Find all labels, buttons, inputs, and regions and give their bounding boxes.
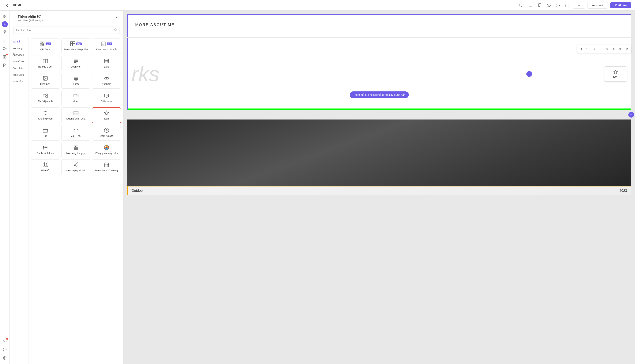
svg-point-24 xyxy=(114,29,116,31)
canvas: MORE ABOUT ME ⊹ ⋮⋮ ↓ ↑ 👁 ⚙ ⧉ 🗑 rks + Ico… xyxy=(123,10,635,352)
svg-marker-88 xyxy=(43,163,48,167)
element-store-list[interactable]: Danh sách cửa hàng xyxy=(92,159,121,175)
sub-nav-teko[interactable]: Teko Omni xyxy=(10,72,28,78)
sub-nav-content[interactable]: Nội dung xyxy=(10,45,28,52)
sub-nav-all[interactable]: Tất cả xyxy=(10,38,28,45)
page-title: HOME xyxy=(13,4,22,7)
redo-button[interactable] xyxy=(564,2,570,9)
sidebar-item-edit[interactable] xyxy=(1,36,9,44)
sidebar-item-blog[interactable] xyxy=(1,62,9,69)
element-image[interactable]: Hình ảnh xyxy=(31,73,60,88)
preview-button[interactable]: Xem trước xyxy=(587,2,608,8)
element-video[interactable]: Video xyxy=(61,90,90,106)
toolbar-visibility[interactable]: 👁 xyxy=(604,46,610,52)
toolbar-delete[interactable]: 🗑 xyxy=(624,46,629,52)
tooltip-text: Thêm bố cục hoặc khối được xây dựng sẵn xyxy=(353,93,405,96)
more-about-me-text: MORE ABOUT ME xyxy=(135,22,526,29)
sidebar-item-add[interactable] xyxy=(2,21,8,27)
element-tab[interactable]: Tab xyxy=(31,125,60,140)
element-accordion[interactable]: Nội dung thu gọn xyxy=(61,142,90,158)
export-button[interactable]: Xuất bản xyxy=(610,2,631,8)
element-spacing[interactable]: Khoảng cách xyxy=(31,107,60,124)
section-works: rks + Icon Thêm bố cục hoặc khối được xâ… xyxy=(127,38,631,110)
sidebar-item-layers[interactable] xyxy=(1,28,9,36)
panel-title-group: Thêm phần tử Kéo vào cột để sử dụng xyxy=(18,14,44,22)
topbar: HOME Lưu Xem trước Xuất bản xyxy=(0,0,635,10)
icon-placeholder: Icon xyxy=(604,66,627,82)
toolbar-columns[interactable]: ⋮⋮ xyxy=(585,46,591,52)
topbar-right: Lưu Xem trước Xuất bản xyxy=(518,2,631,9)
tablet-view-button[interactable] xyxy=(536,2,543,9)
svg-rect-72 xyxy=(74,111,78,113)
element-html[interactable]: Mã HTML xyxy=(61,125,90,140)
sub-nav-media[interactable]: Ảnh/Video xyxy=(10,52,28,58)
svg-rect-85 xyxy=(74,149,78,150)
svg-rect-84 xyxy=(74,148,78,148)
element-2col[interactable]: Bố cục 2 cột xyxy=(31,56,60,71)
sidebar-item-pages[interactable] xyxy=(1,13,9,20)
hide-button[interactable] xyxy=(545,2,552,9)
svg-rect-47 xyxy=(104,59,108,63)
back-button[interactable] xyxy=(4,2,11,9)
sub-nav-product[interactable]: Sản phẩm xyxy=(10,65,28,72)
undo-button[interactable] xyxy=(554,2,561,9)
sidebar-item-integrations[interactable] xyxy=(1,338,9,345)
element-divider[interactable]: Đường phân chia xyxy=(61,107,90,124)
toolbar-up[interactable]: ↑ xyxy=(598,46,604,52)
svg-point-20 xyxy=(4,341,5,342)
laptop-view-button[interactable] xyxy=(527,2,534,9)
svg-rect-31 xyxy=(44,44,44,45)
element-product-list[interactable]: Mới Danh sách sản phẩm xyxy=(61,38,90,54)
elements-grid: Mới QR Code Mới Danh sách sản phẩm Mới D… xyxy=(29,36,123,364)
svg-rect-60 xyxy=(43,94,45,97)
element-table[interactable]: Bảng xyxy=(92,56,121,71)
element-qrcode[interactable]: Mới QR Code xyxy=(31,38,60,54)
toolbar-down[interactable]: ↓ xyxy=(591,46,597,52)
sidebar-item-settings[interactable] xyxy=(1,354,9,362)
element-map[interactable]: Bản đồ xyxy=(31,159,60,175)
svg-rect-10 xyxy=(3,17,4,18)
sidebar-item-theme[interactable] xyxy=(1,45,9,52)
plus-button-1[interactable]: + xyxy=(526,71,532,77)
svg-rect-42 xyxy=(46,59,48,63)
svg-rect-33 xyxy=(71,42,73,44)
element-gallery[interactable]: Thư viện ảnh xyxy=(31,90,60,106)
search-input[interactable] xyxy=(16,29,112,32)
plus-button-2[interactable]: + xyxy=(628,112,634,118)
save-button[interactable]: Lưu xyxy=(573,2,585,8)
sidebar-bottom xyxy=(1,338,9,362)
desktop-view-button[interactable] xyxy=(518,2,525,9)
toolbar-settings[interactable]: ⚙ xyxy=(611,46,616,52)
sub-nav-form[interactable]: Thu dữ liệu xyxy=(10,58,28,65)
toolbar-move[interactable]: ⊹ xyxy=(579,46,584,52)
toolbar-copy[interactable]: ⧉ xyxy=(617,46,623,52)
sub-nav-custom[interactable]: Tùy chỉnh xyxy=(10,78,28,85)
element-icon[interactable]: Icon xyxy=(92,107,121,124)
panel-close-button[interactable]: × xyxy=(113,14,119,20)
photo-label: Outdoor xyxy=(131,189,144,193)
panel-header: ⠿ Thêm phần tử Kéo vào cột để sử dụng × xyxy=(10,10,123,24)
element-icon-list[interactable]: Danh sách Icon xyxy=(31,142,60,158)
element-slideshow[interactable]: Slideshow xyxy=(92,90,121,106)
element-button[interactable]: Nút bấm xyxy=(92,73,121,88)
svg-rect-28 xyxy=(43,42,44,44)
element-countdown[interactable]: Đếm ngược xyxy=(92,125,121,140)
works-text: rks xyxy=(131,64,159,84)
element-lucky-wheel[interactable]: Vòng quay may mắn xyxy=(92,142,121,158)
svg-marker-14 xyxy=(3,30,6,32)
element-post-list[interactable]: Mới Danh sách bài viết xyxy=(92,38,121,54)
section-photo: Outdoor 2023 xyxy=(127,120,631,195)
green-bar xyxy=(128,108,631,110)
integrations-badge xyxy=(6,338,8,340)
svg-rect-36 xyxy=(73,44,75,46)
element-paragraph[interactable]: Đoạn văn xyxy=(61,56,90,71)
icon-placeholder-label: Icon xyxy=(613,75,618,78)
sidebar-item-media[interactable] xyxy=(1,53,9,61)
svg-point-23 xyxy=(4,358,5,358)
element-social[interactable]: Icon mạng xã hội xyxy=(61,159,90,175)
svg-point-53 xyxy=(44,77,45,78)
svg-point-91 xyxy=(77,163,78,164)
sidebar-item-help[interactable] xyxy=(1,346,9,354)
element-form[interactable]: Form xyxy=(61,73,90,88)
svg-rect-0 xyxy=(520,4,523,6)
